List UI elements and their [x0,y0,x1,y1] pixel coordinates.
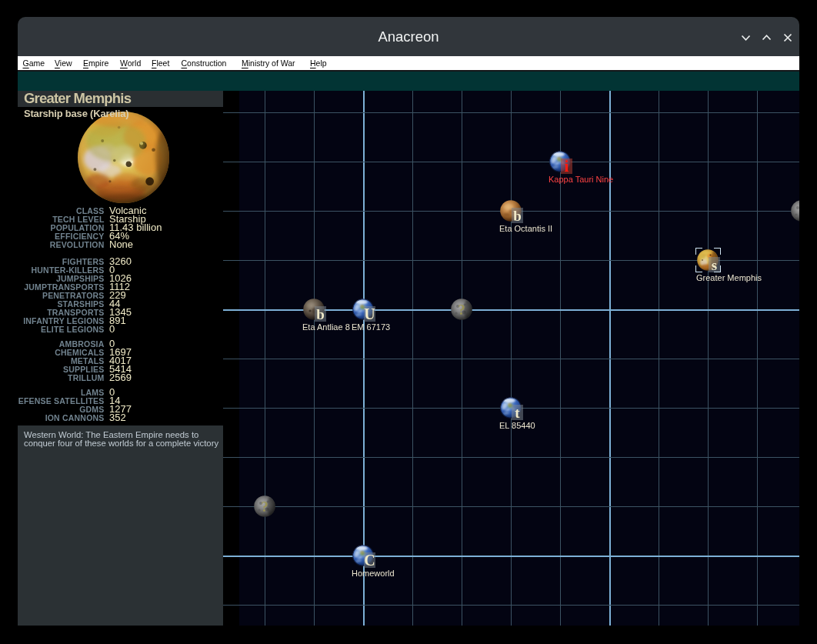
svg-text:?: ? [261,499,268,515]
svg-text:?: ? [458,302,465,318]
